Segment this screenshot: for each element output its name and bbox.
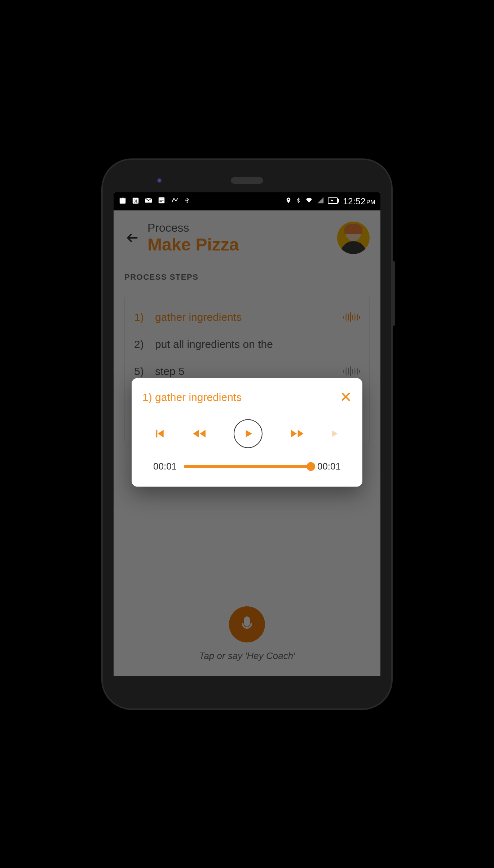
player-controls [142,419,352,448]
svg-rect-1 [121,197,122,198]
svg-rect-0 [120,197,126,204]
current-time: 00:01 [153,461,177,472]
phone-side-button [391,261,395,326]
phone-camera [157,178,162,183]
location-icon [285,196,292,206]
svg-text:31: 31 [133,199,138,203]
progress-slider[interactable] [184,465,310,468]
svg-rect-2 [124,197,125,198]
app-content: Process Make Pizza PROCESS STEPS 1) gath… [114,210,380,676]
status-bar: 31 [114,192,380,210]
gmail-icon [145,196,153,206]
status-time: 12:52PM [343,196,375,206]
fast-forward-button[interactable] [289,428,305,439]
signal-icon [317,197,324,206]
play-button[interactable] [234,419,263,448]
phone-speaker [231,177,263,184]
skip-next-button[interactable] [331,428,340,439]
total-time: 00:01 [317,461,341,472]
svg-rect-13 [156,429,157,437]
bluetooth-icon [295,196,301,207]
news-icon [158,196,166,206]
status-right: 12:52PM [285,196,375,207]
progress-thumb[interactable] [306,462,315,471]
close-button[interactable] [340,390,352,405]
screen: 31 [114,192,380,676]
battery-icon [328,197,339,206]
modal-title: 1) gather ingredients [142,391,242,404]
app-icon-2 [171,196,179,206]
rewind-button[interactable] [192,428,208,439]
wifi-icon [305,197,313,206]
modal-header: 1) gather ingredients [142,390,352,405]
app-icon-1 [119,196,127,206]
skip-previous-button[interactable] [154,428,166,439]
svg-point-10 [288,199,290,200]
usb-icon [184,196,190,207]
audio-player-modal: 1) gather ingredients [132,378,362,487]
svg-rect-12 [338,199,339,202]
progress-row: 00:01 00:01 [142,461,352,472]
status-left: 31 [119,196,190,207]
phone-frame: 31 [103,160,391,708]
calendar-icon: 31 [132,196,140,206]
